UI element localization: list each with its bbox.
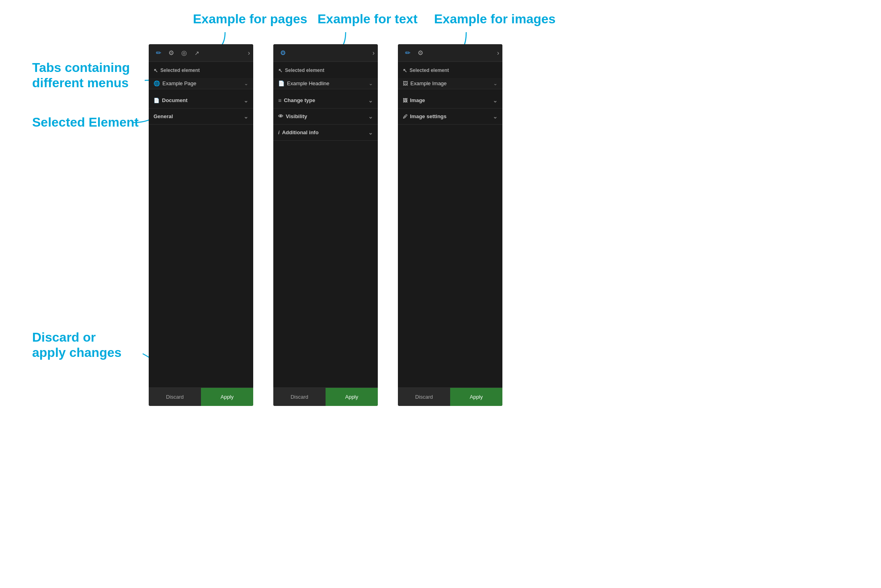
discard-button-pages[interactable]: Discard — [149, 388, 201, 406]
element-row-pages[interactable]: 🌐 Example Page ⌄ — [149, 78, 253, 89]
general-section[interactable]: General ⌄ — [149, 109, 253, 125]
element-row-text[interactable]: 📄 Example Headline ⌄ — [273, 78, 378, 89]
visibility-section[interactable]: 👁 Visibility ⌄ — [273, 109, 378, 125]
general-chevron[interactable]: ⌄ — [244, 113, 248, 120]
apply-button-pages[interactable]: Apply — [201, 388, 253, 406]
visibility-label: Visibility — [286, 113, 307, 119]
panel-images-chevron[interactable]: › — [497, 49, 499, 57]
cursor-icon-pages: ↖ — [154, 68, 158, 74]
panel-images: ✏ ⚙ › ↖ Selected element 🖼 Example Image… — [398, 44, 502, 406]
edit-tab-pages[interactable]: ✏ — [152, 47, 165, 59]
additional-info-section[interactable]: i Additional info ⌄ — [273, 125, 378, 141]
element-chevron-pages[interactable]: ⌄ — [244, 80, 248, 86]
panel-text-footer: Discard Apply — [273, 387, 378, 406]
apply-button-text[interactable]: Apply — [326, 388, 378, 406]
image-section-label: Image — [410, 97, 425, 103]
additional-info-chevron[interactable]: ⌄ — [368, 129, 373, 136]
analytics-tab-pages[interactable]: ↗ — [191, 47, 203, 59]
element-name-text: Example Headline — [287, 80, 366, 86]
image-settings-chevron[interactable]: ⌄ — [493, 113, 498, 120]
selected-element-title-images: Selected element — [410, 68, 449, 73]
document-section[interactable]: 📄 Document ⌄ — [149, 92, 253, 109]
panel-images-footer: Discard Apply — [398, 387, 502, 406]
selected-element-label: Selected Element — [32, 115, 139, 130]
selected-element-section-text: ↖ Selected element — [273, 62, 378, 78]
document-icon: 📄 — [154, 98, 160, 103]
edit-tab-images[interactable]: ✏ — [401, 47, 414, 59]
example-pages-label: Example for pages — [193, 11, 307, 27]
panel-text-body — [273, 141, 378, 387]
discard-button-text[interactable]: Discard — [273, 388, 326, 406]
image-section-chevron[interactable]: ⌄ — [493, 97, 498, 104]
discard-apply-label: Discard orapply changes — [32, 330, 161, 361]
panel-text-chevron[interactable]: › — [373, 49, 375, 57]
visibility-tab-pages[interactable]: ◎ — [178, 47, 191, 59]
selected-element-title-text: Selected element — [285, 68, 324, 73]
tab-bar-pages: ✏ ⚙ ◎ ↗ › — [149, 44, 253, 62]
element-chevron-text[interactable]: ⌄ — [369, 80, 373, 86]
visibility-icon: 👁 — [278, 113, 283, 119]
image-settings-icon: 🖊 — [403, 114, 408, 119]
additional-info-label: Additional info — [282, 129, 319, 135]
change-type-chevron[interactable]: ⌄ — [368, 97, 373, 104]
page-icon: 🌐 — [154, 80, 160, 86]
document-label: Document — [162, 97, 188, 103]
panel-images-body — [398, 125, 502, 387]
settings-tab-pages[interactable]: ⚙ — [165, 47, 178, 59]
image-settings-label: Image settings — [410, 113, 447, 119]
tab-bar-images: ✏ ⚙ › — [398, 44, 502, 62]
image-section-icon: 🖼 — [403, 98, 408, 103]
discard-button-images[interactable]: Discard — [398, 388, 450, 406]
panel-pages-footer: Discard Apply — [149, 387, 253, 406]
selected-element-section-pages: ↖ Selected element — [149, 62, 253, 78]
selected-element-section-images: ↖ Selected element — [398, 62, 502, 78]
general-label: General — [154, 113, 173, 119]
cursor-icon-images: ↖ — [403, 68, 407, 74]
panel-pages-chevron[interactable]: › — [248, 49, 250, 57]
cursor-icon-text: ↖ — [278, 68, 283, 74]
element-chevron-images[interactable]: ⌄ — [493, 80, 498, 86]
element-name-images: Example Image — [410, 80, 491, 86]
image-section[interactable]: 🖼 Image ⌄ — [398, 92, 502, 109]
example-text-label: Example for text — [318, 11, 418, 27]
image-settings-section[interactable]: 🖊 Image settings ⌄ — [398, 109, 502, 125]
panel-pages-body — [149, 125, 253, 387]
visibility-chevron[interactable]: ⌄ — [368, 113, 373, 120]
example-images-label: Example for images — [434, 11, 555, 27]
settings-tab-text[interactable]: ⚙ — [277, 47, 289, 59]
apply-button-images[interactable]: Apply — [450, 388, 502, 406]
element-row-images[interactable]: 🖼 Example Image ⌄ — [398, 78, 502, 89]
panel-text: ⚙ › ↖ Selected element 📄 Example Headlin… — [273, 44, 378, 406]
change-type-icon: ≡ — [278, 97, 281, 104]
panel-pages: ✏ ⚙ ◎ ↗ › ↖ Selected element 🌐 Example P… — [149, 44, 253, 406]
selected-element-title-pages: Selected element — [160, 68, 200, 73]
document-chevron[interactable]: ⌄ — [244, 97, 248, 104]
headline-icon: 📄 — [278, 80, 285, 86]
element-name-pages: Example Page — [162, 80, 242, 86]
change-type-section[interactable]: ≡ Change type ⌄ — [273, 92, 378, 109]
tabs-containing-label: Tabs containing different menus — [32, 60, 145, 91]
image-icon: 🖼 — [403, 80, 408, 86]
tab-bar-text: ⚙ › — [273, 44, 378, 62]
settings-tab-images[interactable]: ⚙ — [414, 47, 427, 59]
info-icon: i — [278, 129, 280, 135]
change-type-label: Change type — [284, 97, 315, 103]
